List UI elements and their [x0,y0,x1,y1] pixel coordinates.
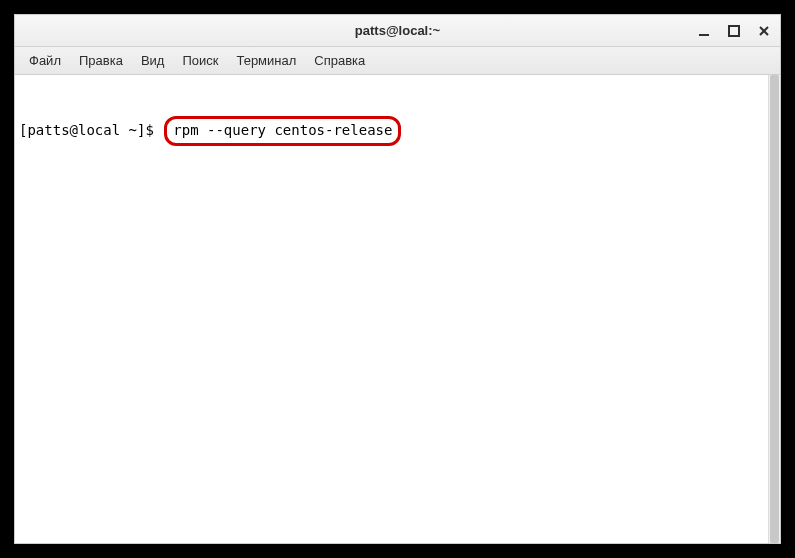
menu-terminal[interactable]: Терминал [228,50,304,71]
window-controls [696,15,772,46]
terminal-window: patts@local:~ Файл Правка Вид [14,14,781,544]
scrollbar[interactable] [768,75,780,543]
prompt-text: [patts@local ~]$ [19,121,162,141]
window-title: patts@local:~ [355,23,440,38]
maximize-button[interactable] [726,23,742,39]
menubar: Файл Правка Вид Поиск Терминал Справка [15,47,780,75]
svg-rect-0 [699,34,709,36]
prompt-line: [patts@local ~]$ rpm --query centos-rele… [19,116,776,146]
scrollbar-thumb[interactable] [770,75,779,543]
menu-file[interactable]: Файл [21,50,69,71]
close-button[interactable] [756,23,772,39]
terminal-content: [patts@local ~]$ rpm --query centos-rele… [15,75,780,187]
menu-view[interactable]: Вид [133,50,173,71]
menu-edit[interactable]: Правка [71,50,131,71]
close-icon [758,25,770,37]
command-highlight: rpm --query centos-release [164,116,401,146]
terminal-body[interactable]: [patts@local ~]$ rpm --query centos-rele… [15,75,780,543]
menu-help[interactable]: Справка [306,50,373,71]
minimize-button[interactable] [696,23,712,39]
command-text: rpm --query centos-release [173,122,392,138]
menu-search[interactable]: Поиск [174,50,226,71]
minimize-icon [698,25,710,37]
titlebar[interactable]: patts@local:~ [15,15,780,47]
svg-rect-1 [729,26,739,36]
maximize-icon [728,25,740,37]
